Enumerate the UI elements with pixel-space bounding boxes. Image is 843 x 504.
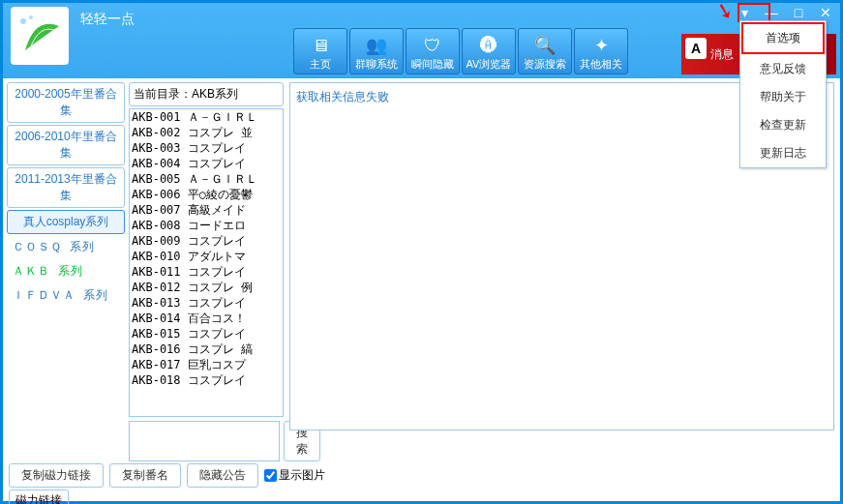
search-input[interactable] (129, 421, 280, 461)
svg-point-1 (29, 15, 33, 19)
maximize-button[interactable]: □ (790, 5, 807, 20)
search-row: 搜索 (129, 421, 284, 461)
category-2011-2013[interactable]: 2011-2013年里番合集 (7, 167, 125, 208)
dropdown-menu: 首选项 意见反馈 帮助关于 检查更新 更新日志 (739, 20, 827, 168)
toolbar-search-label: 资源搜索 (524, 57, 566, 72)
bottom-toolbar: 复制磁力链接 复制番名 隐藏公告 显示图片 (3, 461, 840, 489)
list-item[interactable]: AKB-011 コスプレイ (130, 264, 283, 280)
toolbar-group-label: 群聊系统 (355, 57, 398, 72)
window-controls: ▾ — □ ✕ (736, 5, 834, 20)
show-image-text: 显示图片 (279, 467, 325, 484)
titlebar: 轻轻一点 🖥主页 👥群聊系统 🛡瞬间隐藏 🅐AV浏览器 🔍资源搜索 ✦其他相关 … (3, 3, 840, 78)
menu-help-about[interactable]: 帮助关于 (740, 83, 826, 111)
monitor-icon: 🖥 (307, 34, 334, 57)
list-item[interactable]: AKB-003 コスプレイ (130, 140, 283, 156)
subcategory-cosq[interactable]: ＣＯＳＱ 系列 (7, 236, 125, 258)
toolbar-other-button[interactable]: ✦其他相关 (574, 28, 628, 74)
category-2006-2010[interactable]: 2006-2010年里番合集 (7, 125, 125, 165)
svg-point-0 (20, 18, 26, 24)
puzzle-icon: ✦ (587, 34, 615, 57)
toolbar-hide-button[interactable]: 🛡瞬间隐藏 (406, 28, 460, 74)
list-item[interactable]: AKB-016 コスプレ 縞 (130, 341, 283, 357)
annotation-arrow: ➘ (713, 0, 737, 26)
magnet-row: 磁力链接 (3, 489, 840, 504)
toolbar-search-button[interactable]: 🔍资源搜索 (518, 28, 572, 74)
subcategory-akb[interactable]: ＡＫＢ 系列 (7, 260, 125, 282)
toolbar-home-label: 主页 (310, 57, 331, 72)
toolbar-other-label: 其他相关 (580, 57, 622, 72)
list-item[interactable]: AKB-010 アダルトマ (130, 249, 283, 264)
browser-icon: 🅐 (475, 34, 502, 57)
app-window: 轻轻一点 🖥主页 👥群聊系统 🛡瞬间隐藏 🅐AV浏览器 🔍资源搜索 ✦其他相关 … (0, 0, 843, 504)
list-item[interactable]: AKB-014 百合コス！ (130, 311, 283, 326)
main-toolbar: 🖥主页 👥群聊系统 🛡瞬间隐藏 🅐AV浏览器 🔍资源搜索 ✦其他相关 (293, 28, 628, 74)
list-item[interactable]: AKB-005 Ａ－ＧＩＲＬ (130, 171, 283, 187)
list-item[interactable]: AKB-013 コスプレイ (130, 295, 283, 311)
list-item[interactable]: AKB-004 コスプレイ (130, 156, 283, 171)
list-item[interactable]: AKB-009 コスプレイ (130, 233, 283, 249)
people-icon: 👥 (363, 34, 390, 57)
copy-name-button[interactable]: 复制番名 (109, 463, 181, 488)
subcategory-ifdva[interactable]: ＩＦＤＶＡ 系列 (7, 284, 125, 307)
show-image-checkbox-label[interactable]: 显示图片 (264, 467, 325, 484)
list-item[interactable]: AKB-002 コスプレ 並 (130, 125, 283, 140)
toolbar-group-button[interactable]: 👥群聊系统 (349, 28, 404, 74)
main-area: 2000-2005年里番合集 2006-2010年里番合集 2011-2013年… (3, 78, 840, 461)
list-item[interactable]: AKB-007 高級メイド (130, 202, 283, 218)
current-directory-label: 当前目录：AKB系列 (129, 82, 284, 106)
app-title: 轻轻一点 (80, 11, 135, 28)
close-button[interactable]: ✕ (817, 5, 834, 20)
ad-text: 消息 (710, 46, 734, 63)
toolbar-browser-button[interactable]: 🅐AV浏览器 (462, 28, 516, 74)
hide-notice-button[interactable]: 隐藏公告 (187, 463, 258, 488)
copy-magnet-button[interactable]: 复制磁力链接 (9, 463, 104, 488)
list-item[interactable]: AKB-017 巨乳コスプ (130, 357, 283, 372)
shield-icon: 🛡 (419, 34, 446, 57)
menu-trigger-icon[interactable]: ▾ (736, 5, 753, 20)
menu-check-update[interactable]: 检查更新 (740, 111, 826, 139)
list-item[interactable]: AKB-018 コスプレイ (130, 372, 283, 388)
menu-preferences[interactable]: 首选项 (741, 22, 825, 54)
toolbar-home-button[interactable]: 🖥主页 (293, 28, 347, 74)
menu-changelog[interactable]: 更新日志 (740, 139, 826, 167)
toolbar-browser-label: AV浏览器 (467, 57, 512, 72)
list-item[interactable]: AKB-001 Ａ－ＧＩＲＬ (130, 109, 283, 125)
toolbar-hide-label: 瞬间隐藏 (411, 57, 454, 72)
list-item[interactable]: AKB-006 平○綾の憂鬱 (130, 187, 283, 202)
category-sidebar: 2000-2005年里番合集 2006-2010年里番合集 2011-2013年… (3, 78, 129, 461)
show-image-checkbox[interactable] (264, 469, 277, 482)
category-2000-2005[interactable]: 2000-2005年里番合集 (7, 82, 125, 123)
magnet-link-label: 磁力链接 (9, 489, 69, 504)
file-column: 当前目录：AKB系列 AKB-001 Ａ－ＧＩＲＬAKB-002 コスプレ 並A… (129, 78, 284, 461)
list-item[interactable]: AKB-012 コスプレ 例 (130, 280, 283, 295)
list-item[interactable]: AKB-015 コスプレイ (130, 326, 283, 341)
app-logo (11, 7, 69, 65)
menu-feedback[interactable]: 意见反馈 (740, 55, 826, 83)
file-list[interactable]: AKB-001 Ａ－ＧＩＲＬAKB-002 コスプレ 並AKB-003 コスプレ… (129, 108, 284, 417)
category-cosplay[interactable]: 真人cosplay系列 (7, 210, 125, 234)
minimize-button[interactable]: — (763, 5, 780, 20)
search-icon: 🔍 (531, 34, 558, 57)
list-item[interactable]: AKB-008 コードエロ (130, 218, 283, 233)
